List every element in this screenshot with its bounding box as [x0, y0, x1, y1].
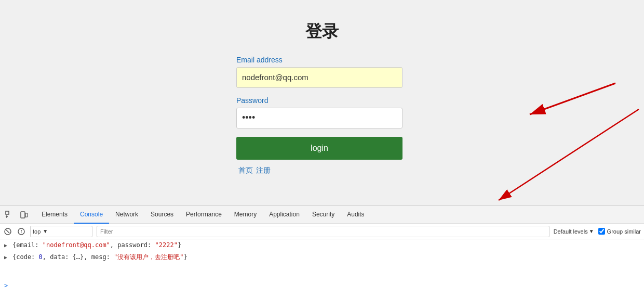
- console-toolbar: top ▼ Default levels ▼ Group similar: [0, 224, 644, 239]
- tab-network[interactable]: Network: [109, 206, 144, 224]
- svg-rect-7: [21, 212, 25, 218]
- expand-icon-1: ▶: [4, 242, 10, 248]
- svg-line-1: [530, 83, 615, 114]
- pause-on-exception-icon[interactable]: [17, 227, 26, 236]
- devtools-toolbar-icons: [4, 210, 29, 220]
- console-text-2: {code: 0, data: {…}, mesg: "没有该用户，去注册吧"}: [12, 253, 187, 262]
- tab-sources[interactable]: Sources: [144, 206, 180, 224]
- tab-application[interactable]: Application: [263, 206, 306, 224]
- svg-line-10: [6, 230, 9, 233]
- password-input[interactable]: [236, 108, 403, 128]
- clear-console-icon[interactable]: [3, 227, 12, 236]
- mesg-value: "没有该用户，去注册吧": [114, 253, 183, 261]
- default-levels-dropdown[interactable]: Default levels ▼: [554, 228, 594, 235]
- devtools-panel: Elements Console Network Sources Perform…: [0, 205, 644, 296]
- tab-security[interactable]: Security: [306, 206, 341, 224]
- svg-rect-8: [25, 213, 28, 217]
- console-line-2[interactable]: ▶ {code: 0, data: {…}, mesg: "没有该用户，去注册吧…: [4, 253, 640, 264]
- tab-elements[interactable]: Elements: [35, 206, 74, 224]
- annotation-arrow: [514, 81, 618, 164]
- login-button[interactable]: login: [236, 137, 403, 160]
- inspect-icon[interactable]: [4, 210, 15, 220]
- tab-console[interactable]: Console: [74, 206, 109, 224]
- login-form: 登录 Email address Password login 首页 注册: [236, 20, 408, 175]
- expand-icon-2: ▶: [4, 254, 10, 260]
- svg-rect-4: [6, 211, 9, 214]
- email-value: "nodefront@qq.com": [43, 241, 110, 249]
- chevron-down-icon: ▼: [43, 228, 48, 234]
- tab-memory[interactable]: Memory: [228, 206, 263, 224]
- svg-line-3: [499, 109, 639, 200]
- main-page-area: 登录 Email address Password login 首页 注册: [0, 0, 644, 205]
- register-link[interactable]: 注册: [256, 166, 271, 175]
- email-input[interactable]: [236, 67, 403, 88]
- console-prompt-line[interactable]: >: [0, 281, 644, 290]
- device-toggle-icon[interactable]: [19, 210, 29, 220]
- svg-point-13: [21, 232, 22, 233]
- group-similar-check[interactable]: [598, 228, 605, 235]
- password-value: "2222": [155, 241, 178, 249]
- links-row: 首页 注册: [238, 166, 271, 175]
- context-selector[interactable]: top ▼: [30, 226, 92, 237]
- tab-audits[interactable]: Audits: [341, 206, 370, 224]
- home-link[interactable]: 首页: [238, 166, 253, 175]
- chevron-down-icon-levels: ▼: [589, 228, 594, 234]
- code-value: 0: [39, 253, 43, 261]
- email-label: Email address: [236, 56, 283, 64]
- filter-input[interactable]: [97, 226, 549, 237]
- console-text-1: {email: "nodefront@qq.com", password: "2…: [12, 241, 181, 249]
- group-similar-checkbox[interactable]: Group similar: [598, 228, 641, 235]
- console-line-1[interactable]: ▶ {email: "nodefront@qq.com", password: …: [4, 241, 640, 253]
- devtools-tabs-bar: Elements Console Network Sources Perform…: [0, 206, 644, 224]
- annotation-arrow-2: [488, 104, 644, 208]
- console-output: ▶ {email: "nodefront@qq.com", password: …: [0, 239, 644, 281]
- password-label: Password: [236, 96, 268, 105]
- page-title: 登录: [236, 20, 408, 43]
- tab-performance[interactable]: Performance: [180, 206, 228, 224]
